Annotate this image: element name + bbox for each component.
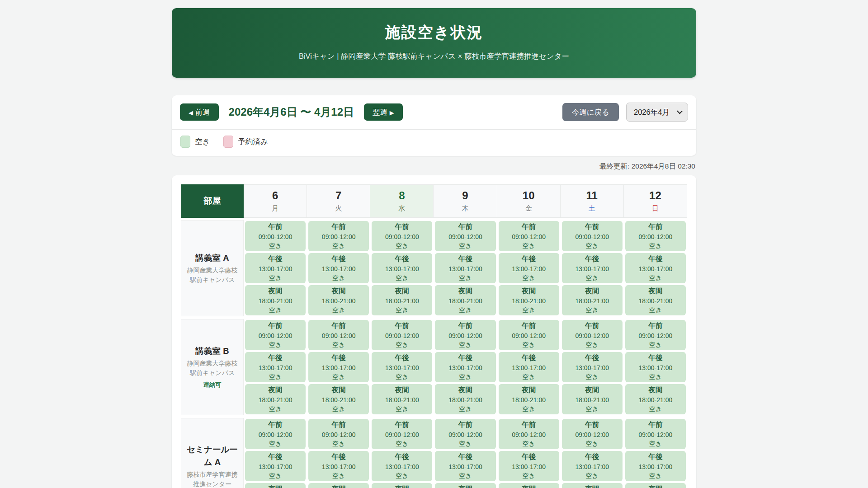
availability-slot[interactable]: 午前09:00-12:00空き bbox=[625, 320, 686, 350]
availability-slot[interactable]: 午後13:00-17:00空き bbox=[562, 253, 623, 283]
availability-slot[interactable]: 午前09:00-12:00空き bbox=[562, 221, 623, 251]
availability-slot[interactable]: 午後13:00-17:00空き bbox=[499, 253, 559, 283]
slot-period-label: 夜間 bbox=[522, 484, 536, 488]
availability-slot[interactable]: 午後13:00-17:00空き bbox=[245, 352, 306, 382]
availability-slot[interactable]: 夜間18:00-21:00空き bbox=[245, 384, 306, 414]
slot-time-range: 13:00-17:00 bbox=[385, 364, 419, 371]
slot-status: 空き bbox=[396, 306, 408, 314]
slot-period-label: 夜間 bbox=[585, 286, 599, 296]
availability-slot[interactable]: 午前09:00-12:00空き bbox=[562, 419, 623, 449]
availability-slot[interactable]: 午前09:00-12:00空き bbox=[308, 221, 369, 251]
availability-slot[interactable]: 夜間18:00-21:00空き bbox=[435, 384, 495, 414]
slot-status: 空き bbox=[459, 405, 472, 413]
last-updated-text: 最終更新: 2026年4月8日 02:30 bbox=[173, 162, 695, 171]
availability-slot[interactable]: 午前09:00-12:00空き bbox=[499, 221, 559, 251]
availability-slot[interactable]: 夜間18:00-21:00空き bbox=[308, 384, 369, 414]
availability-slot[interactable]: 夜間18:00-21:00空き bbox=[245, 483, 306, 488]
slot-period-label: 午前 bbox=[395, 222, 409, 232]
availability-slot[interactable]: 午後13:00-17:00空き bbox=[372, 352, 432, 382]
month-select[interactable]: 2026年4月 bbox=[626, 103, 688, 122]
availability-slot[interactable]: 夜間18:00-21:00空き bbox=[308, 285, 369, 315]
slot-time-range: 13:00-17:00 bbox=[322, 265, 356, 272]
availability-slot[interactable]: 午前09:00-12:00空き bbox=[372, 419, 432, 449]
slot-status: 空き bbox=[586, 373, 599, 381]
availability-slot[interactable]: 夜間18:00-21:00空き bbox=[499, 384, 559, 414]
prev-week-button[interactable]: ◀ 前週 bbox=[180, 103, 219, 121]
availability-slot[interactable]: 午後13:00-17:00空き bbox=[435, 451, 495, 481]
availability-slot[interactable]: 午前09:00-12:00空き bbox=[435, 419, 495, 449]
availability-slot[interactable]: 午前09:00-12:00空き bbox=[308, 320, 369, 350]
slot-period-label: 午前 bbox=[458, 222, 472, 232]
availability-slot[interactable]: 午後13:00-17:00空き bbox=[245, 253, 306, 283]
availability-slot[interactable]: 午後13:00-17:00空き bbox=[372, 451, 432, 481]
availability-slot[interactable]: 午前09:00-12:00空き bbox=[245, 320, 306, 350]
availability-slot[interactable]: 夜間18:00-21:00空き bbox=[625, 285, 686, 315]
availability-slot[interactable]: 午後13:00-17:00空き bbox=[245, 451, 306, 481]
slot-cell: 午後13:00-17:00空き bbox=[244, 450, 307, 482]
slot-cell: 午後13:00-17:00空き bbox=[624, 252, 687, 284]
availability-slot[interactable]: 午前09:00-12:00空き bbox=[372, 320, 432, 350]
availability-slot[interactable]: 夜間18:00-21:00空き bbox=[435, 483, 495, 488]
slot-time-range: 09:00-12:00 bbox=[259, 431, 292, 438]
availability-slot[interactable]: 午後13:00-17:00空き bbox=[562, 352, 623, 382]
slot-cell: 夜間18:00-21:00空き bbox=[244, 284, 307, 316]
availability-slot[interactable]: 午前09:00-12:00空き bbox=[245, 221, 306, 251]
availability-slot[interactable]: 午後13:00-17:00空き bbox=[499, 352, 559, 382]
availability-slot[interactable]: 午前09:00-12:00空き bbox=[372, 221, 432, 251]
availability-slot[interactable]: 夜間18:00-21:00空き bbox=[372, 384, 432, 414]
slot-period-label: 夜間 bbox=[648, 484, 662, 488]
slot-status: 空き bbox=[586, 242, 599, 250]
availability-slot[interactable]: 夜間18:00-21:00空き bbox=[308, 483, 369, 488]
availability-slot[interactable]: 午後13:00-17:00空き bbox=[625, 253, 686, 283]
availability-slot[interactable]: 午後13:00-17:00空き bbox=[308, 253, 369, 283]
slot-status: 空き bbox=[459, 274, 472, 282]
availability-slot[interactable]: 夜間18:00-21:00空き bbox=[625, 384, 686, 414]
slot-status: 空き bbox=[269, 373, 282, 381]
availability-slot[interactable]: 午後13:00-17:00空き bbox=[562, 451, 623, 481]
availability-slot[interactable]: 夜間18:00-21:00空き bbox=[372, 285, 432, 315]
availability-slot[interactable]: 午後13:00-17:00空き bbox=[499, 451, 559, 481]
availability-slot[interactable]: 午前09:00-12:00空き bbox=[245, 419, 306, 449]
availability-slot[interactable]: 夜間18:00-21:00空き bbox=[372, 483, 432, 488]
slot-cell: 夜間18:00-21:00空き bbox=[370, 383, 434, 415]
availability-slot[interactable]: 夜間18:00-21:00空き bbox=[625, 483, 686, 488]
availability-slot[interactable]: 午後13:00-17:00空き bbox=[625, 352, 686, 382]
availability-slot[interactable]: 午後13:00-17:00空き bbox=[435, 352, 495, 382]
back-to-this-week-button[interactable]: 今週に戻る bbox=[562, 103, 619, 122]
day-number: 11 bbox=[586, 189, 598, 202]
slot-status: 空き bbox=[586, 405, 599, 413]
slot-cell: 夜間18:00-21:00空き bbox=[434, 284, 497, 316]
availability-slot[interactable]: 午後13:00-17:00空き bbox=[435, 253, 495, 283]
day-header-12: 12日 bbox=[624, 184, 687, 218]
next-week-button[interactable]: 翌週 ▶ bbox=[364, 103, 403, 121]
availability-slot[interactable]: 夜間18:00-21:00空き bbox=[435, 285, 495, 315]
availability-slot[interactable]: 午前09:00-12:00空き bbox=[625, 419, 686, 449]
availability-slot[interactable]: 午前09:00-12:00空き bbox=[499, 419, 559, 449]
slot-period-label: 午前 bbox=[522, 321, 536, 331]
slot-period-label: 夜間 bbox=[458, 286, 472, 296]
availability-slot[interactable]: 午後13:00-17:00空き bbox=[308, 451, 369, 481]
slot-time-range: 13:00-17:00 bbox=[639, 265, 673, 272]
availability-slot[interactable]: 夜間18:00-21:00空き bbox=[499, 483, 559, 488]
availability-slot[interactable]: 午前09:00-12:00空き bbox=[435, 221, 495, 251]
slot-status: 空き bbox=[332, 405, 345, 413]
availability-slot[interactable]: 夜間18:00-21:00空き bbox=[562, 483, 623, 488]
slot-cell: 午前09:00-12:00空き bbox=[244, 319, 307, 351]
availability-slot[interactable]: 夜間18:00-21:00空き bbox=[562, 285, 623, 315]
availability-slot[interactable]: 夜間18:00-21:00空き bbox=[562, 384, 623, 414]
availability-slot[interactable]: 午後13:00-17:00空き bbox=[625, 451, 686, 481]
room-organization: 静岡産業大学藤枝駅前キャンパス bbox=[187, 359, 238, 378]
availability-slot[interactable]: 午前09:00-12:00空き bbox=[499, 320, 559, 350]
availability-slot[interactable]: 午前09:00-12:00空き bbox=[435, 320, 495, 350]
availability-slot[interactable]: 午前09:00-12:00空き bbox=[308, 419, 369, 449]
availability-slot[interactable]: 午前09:00-12:00空き bbox=[625, 221, 686, 251]
availability-slot[interactable]: 午後13:00-17:00空き bbox=[372, 253, 432, 283]
availability-slot[interactable]: 夜間18:00-21:00空き bbox=[499, 285, 559, 315]
slot-period-label: 午後 bbox=[332, 353, 346, 363]
slot-time-range: 13:00-17:00 bbox=[385, 265, 419, 272]
availability-slot[interactable]: 午後13:00-17:00空き bbox=[308, 352, 369, 382]
availability-slot[interactable]: 夜間18:00-21:00空き bbox=[245, 285, 306, 315]
availability-slot[interactable]: 午前09:00-12:00空き bbox=[562, 320, 623, 350]
slot-period-label: 午前 bbox=[522, 420, 536, 430]
room-note-badge: 連結可 bbox=[203, 380, 222, 389]
